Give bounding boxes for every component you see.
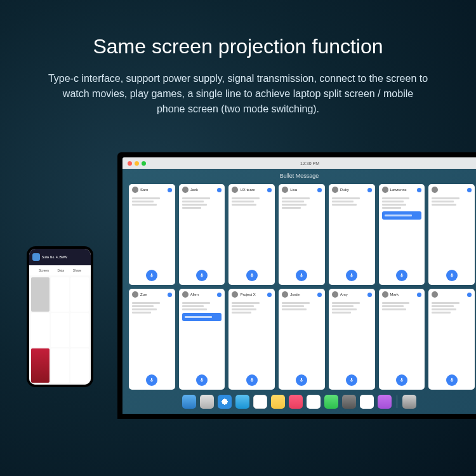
message-card: Amy (329, 289, 375, 390)
window-title: Bullet Message (122, 169, 476, 182)
phone-statusbar: Suite No. 4, BMW (29, 249, 91, 265)
message-card: Jack (179, 184, 225, 285)
message-card: Allen (179, 289, 225, 390)
contact-name: Project X (240, 293, 265, 296)
contact-name: Lawrence (390, 188, 416, 192)
mic-button-icon (396, 374, 407, 386)
message-card: Sam (129, 184, 175, 285)
mic-button-icon (196, 374, 208, 386)
message-body (129, 195, 175, 267)
message-card: UX team (228, 184, 275, 285)
mic-button-icon (196, 270, 208, 281)
status-dot-icon (217, 188, 221, 192)
status-dot-icon (467, 293, 472, 297)
avatar-icon (382, 187, 388, 193)
calendar-icon (253, 395, 267, 409)
launchpad-icon (200, 395, 214, 409)
phone-tile (31, 277, 50, 312)
contact-name: Lisa (290, 188, 315, 192)
contact-name: Ruby (340, 188, 366, 192)
mic-button-icon (246, 270, 258, 281)
settings-icon (342, 395, 356, 409)
album-art-icon (32, 253, 40, 261)
phone-mockup: Suite No. 4, BMW Screen Data Share (27, 246, 93, 387)
message-body (379, 195, 425, 267)
status-dot-icon (417, 293, 421, 297)
contact-name: Justin (290, 293, 315, 296)
phone-tab: Data (57, 268, 64, 272)
avatar-icon (232, 187, 238, 193)
mic-button-icon (396, 270, 407, 281)
macos-menubar: 12:30 PM (122, 157, 476, 169)
avatar-icon (382, 291, 388, 298)
message-body (329, 300, 375, 371)
phone-content-grid (29, 275, 91, 385)
mic-button-icon (296, 270, 307, 281)
avatar-icon (132, 187, 138, 193)
contact-name: Mark (390, 293, 416, 296)
phone-screen: Suite No. 4, BMW Screen Data Share (29, 249, 91, 385)
contact-name: Zoe (140, 293, 166, 296)
mic-button-icon (446, 270, 458, 281)
phone-tile (70, 277, 89, 312)
message-card: Lawrence (379, 184, 425, 285)
mic-button-icon (146, 270, 157, 281)
message-body (279, 195, 325, 267)
avatar-icon (282, 291, 288, 298)
dock-separator (397, 395, 397, 408)
message-body (179, 300, 225, 371)
avatar-icon (132, 291, 138, 298)
message-card (428, 289, 475, 390)
avatar-icon (232, 291, 238, 298)
contact-name: Jack (190, 188, 216, 192)
notes-icon (271, 395, 285, 409)
message-body (329, 195, 375, 267)
message-card: Project X (228, 289, 275, 390)
message-body (129, 300, 175, 371)
contact-name: Allen (190, 293, 216, 296)
monitor-mockup: 12:30 PM Bullet Message Sam Jack UX team… (117, 152, 476, 419)
contact-name: Amy (340, 293, 366, 296)
trash-icon (402, 395, 416, 409)
mic-button-icon (346, 374, 357, 386)
status-dot-icon (217, 293, 221, 297)
avatar-icon (432, 291, 438, 298)
phone-tile (70, 313, 89, 347)
app-icon (360, 395, 374, 409)
message-body (428, 300, 475, 371)
avatar-icon (182, 187, 188, 193)
status-dot-icon (267, 293, 272, 297)
status-dot-icon (417, 188, 421, 192)
mic-button-icon (146, 374, 157, 386)
message-bubble (182, 313, 222, 321)
phone-tab: Screen (39, 268, 49, 272)
avatar-icon (332, 187, 338, 193)
avatar-icon (332, 291, 338, 298)
status-dot-icon (367, 188, 372, 192)
status-dot-icon (317, 188, 322, 192)
phone-tile (70, 348, 89, 383)
message-body (428, 195, 475, 267)
menubar-clock: 12:30 PM (149, 161, 471, 166)
status-dot-icon (168, 293, 172, 297)
status-dot-icon (168, 188, 172, 192)
mic-button-icon (246, 374, 258, 386)
messages-icon (324, 395, 338, 409)
window-close-icon (128, 161, 132, 166)
phone-tile (51, 313, 69, 347)
status-dot-icon (267, 188, 272, 192)
window-zoom-icon (142, 161, 146, 166)
message-grid: Sam Jack UX team Lisa Ruby Lawrence Zoe (122, 182, 476, 392)
finder-icon (182, 395, 196, 409)
mic-button-icon (296, 374, 307, 386)
phone-tabs: Screen Data Share (29, 265, 91, 275)
mail-icon (235, 395, 249, 409)
message-card: Lisa (279, 184, 325, 285)
message-body (179, 195, 225, 267)
status-dot-icon (367, 293, 372, 297)
macos-dock (122, 392, 476, 414)
message-body (228, 195, 275, 267)
message-card (428, 184, 475, 285)
app-icon (378, 395, 392, 409)
message-body (379, 300, 425, 371)
